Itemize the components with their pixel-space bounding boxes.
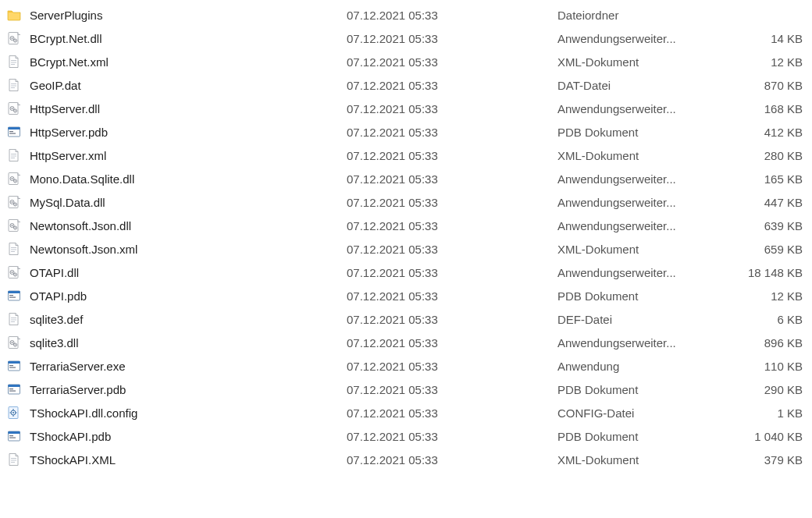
pdb-icon xyxy=(5,289,23,303)
svg-point-26 xyxy=(12,178,13,179)
file-date: 07.12.2021 05:33 xyxy=(347,383,557,396)
svg-rect-72 xyxy=(9,438,16,438)
file-name: TShockAPI.XML xyxy=(23,453,347,467)
file-size: 412 KB xyxy=(735,126,806,139)
file-row[interactable]: Newtonsoft.Json.dll07.12.2021 05:33Anwen… xyxy=(5,214,812,237)
file-size: 12 KB xyxy=(735,289,806,303)
file-row[interactable]: OTAPI.pdb07.12.2021 05:33PDB Dokument12 … xyxy=(5,284,812,307)
file-row[interactable]: TerrariaServer.pdb07.12.2021 05:33PDB Do… xyxy=(5,378,812,401)
file-type: XML-Dokument xyxy=(557,149,735,162)
file-row[interactable]: TShockAPI.dll.config07.12.2021 05:33CONF… xyxy=(5,401,812,424)
dll-icon xyxy=(5,101,23,115)
svg-rect-71 xyxy=(9,435,13,436)
file-row[interactable]: HttpServer.dll07.12.2021 05:33Anwendungs… xyxy=(5,97,812,120)
file-row[interactable]: HttpServer.xml07.12.2021 05:33XML-Dokume… xyxy=(5,144,812,167)
file-date: 07.12.2021 05:33 xyxy=(347,430,557,443)
file-date: 07.12.2021 05:33 xyxy=(347,79,557,92)
file-row[interactable]: HttpServer.pdb07.12.2021 05:33PDB Dokume… xyxy=(5,120,812,144)
svg-rect-17 xyxy=(9,127,20,130)
file-date: 07.12.2021 05:33 xyxy=(347,406,557,420)
file-name: HttpServer.xml xyxy=(23,149,347,162)
file-size: 6 KB xyxy=(735,313,806,326)
file-type: Anwendungserweiter... xyxy=(557,102,735,115)
file-row[interactable]: sqlite3.dll07.12.2021 05:33Anwendungserw… xyxy=(5,331,812,354)
svg-rect-59 xyxy=(9,361,20,364)
svg-rect-5 xyxy=(11,60,16,61)
file-size: 14 KB xyxy=(735,32,806,45)
svg-rect-20 xyxy=(11,154,16,154)
svg-rect-18 xyxy=(9,131,13,132)
file-type: Anwendungserweiter... xyxy=(557,32,735,45)
dll-icon xyxy=(5,172,23,186)
svg-rect-75 xyxy=(11,462,15,463)
file-name: Newtonsoft.Json.xml xyxy=(23,243,347,256)
file-name: TShockAPI.pdb xyxy=(23,430,347,443)
svg-point-37 xyxy=(15,227,16,228)
file-name: OTAPI.pdb xyxy=(23,289,347,303)
svg-rect-47 xyxy=(9,291,20,293)
file-size: 447 KB xyxy=(735,196,806,209)
svg-point-3 xyxy=(12,37,13,39)
file-type: Anwendungserweiter... xyxy=(557,266,735,279)
file-row[interactable]: BCrypt.Net.xml07.12.2021 05:33XML-Dokume… xyxy=(5,50,812,73)
file-row[interactable]: TerrariaServer.exe07.12.2021 05:33Anwend… xyxy=(5,354,812,378)
svg-rect-40 xyxy=(11,251,15,252)
file-size: 168 KB xyxy=(735,102,806,115)
svg-rect-9 xyxy=(11,86,16,87)
file-row[interactable]: ServerPlugins07.12.2021 05:33Dateiordner xyxy=(5,3,812,27)
svg-rect-19 xyxy=(9,133,16,134)
file-date: 07.12.2021 05:33 xyxy=(347,243,557,256)
svg-rect-50 xyxy=(11,318,16,318)
file-date: 07.12.2021 05:33 xyxy=(347,313,557,326)
dll-icon xyxy=(5,265,23,279)
file-date: 07.12.2021 05:33 xyxy=(347,219,557,232)
file-name: sqlite3.def xyxy=(23,313,347,326)
svg-rect-21 xyxy=(11,156,16,157)
svg-point-27 xyxy=(15,180,16,181)
file-size: 290 KB xyxy=(735,383,806,396)
file-row[interactable]: OTAPI.dll07.12.2021 05:33Anwendungserwei… xyxy=(5,261,812,284)
file-row[interactable]: sqlite3.def07.12.2021 05:33DEF-Datei6 KB xyxy=(5,307,812,331)
svg-rect-60 xyxy=(9,365,13,366)
svg-rect-61 xyxy=(9,367,16,368)
document-icon xyxy=(5,55,23,69)
svg-rect-65 xyxy=(9,391,16,392)
document-icon xyxy=(5,148,23,162)
file-row[interactable]: Newtonsoft.Json.xml07.12.2021 05:33XML-D… xyxy=(5,237,812,261)
file-date: 07.12.2021 05:33 xyxy=(347,289,557,303)
file-list: ServerPlugins07.12.2021 05:33Dateiordner… xyxy=(0,0,812,476)
file-name: Newtonsoft.Json.dll xyxy=(23,219,347,232)
file-name: sqlite3.dll xyxy=(23,336,347,349)
svg-point-45 xyxy=(15,274,16,275)
svg-rect-6 xyxy=(11,62,16,63)
svg-point-4 xyxy=(15,40,16,41)
file-type: XML-Dokument xyxy=(557,55,735,69)
file-date: 07.12.2021 05:33 xyxy=(347,126,557,139)
svg-rect-63 xyxy=(9,385,20,387)
dll-icon xyxy=(5,31,23,45)
config-icon xyxy=(5,406,23,420)
svg-rect-7 xyxy=(11,64,15,65)
file-size: 1 KB xyxy=(735,406,806,420)
svg-rect-52 xyxy=(11,321,15,322)
file-name: BCrypt.Net.dll xyxy=(23,32,347,45)
file-row[interactable]: MySql.Data.dll07.12.2021 05:33Anwendungs… xyxy=(5,190,812,214)
svg-rect-73 xyxy=(11,458,16,459)
document-icon xyxy=(5,242,23,256)
file-type: Anwendungserweiter... xyxy=(557,219,735,232)
pdb-icon xyxy=(5,429,23,443)
file-row[interactable]: TShockAPI.pdb07.12.2021 05:33PDB Dokumen… xyxy=(5,424,812,448)
svg-rect-10 xyxy=(11,87,15,88)
file-date: 07.12.2021 05:33 xyxy=(347,172,557,186)
file-row[interactable]: GeoIP.dat07.12.2021 05:33DAT-Datei870 KB xyxy=(5,73,812,97)
file-type: XML-Dokument xyxy=(557,453,735,467)
file-row[interactable]: Mono.Data.Sqlite.dll07.12.2021 05:33Anwe… xyxy=(5,167,812,190)
file-name: TShockAPI.dll.config xyxy=(23,406,347,420)
file-row[interactable]: BCrypt.Net.dll07.12.2021 05:33Anwendungs… xyxy=(5,27,812,50)
file-name: BCrypt.Net.xml xyxy=(23,55,347,69)
svg-rect-8 xyxy=(11,83,16,84)
file-row[interactable]: TShockAPI.XML07.12.2021 05:33XML-Dokumen… xyxy=(5,448,812,471)
file-date: 07.12.2021 05:33 xyxy=(347,453,557,467)
file-name: HttpServer.pdb xyxy=(23,126,347,139)
svg-rect-70 xyxy=(9,431,20,434)
